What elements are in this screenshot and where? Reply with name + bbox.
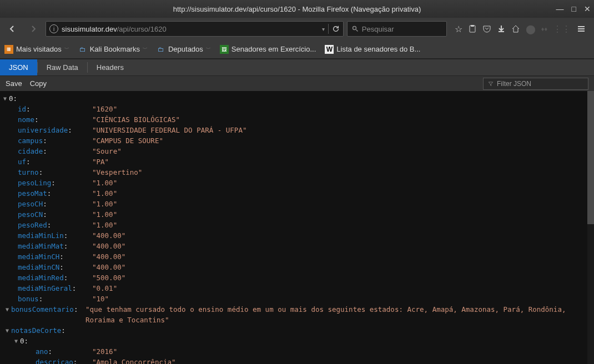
url-bar[interactable]: i sisusimulator.dev/api/curso/1620 ▾: [46, 21, 344, 37]
json-key: mediaMinCN: [18, 263, 59, 271]
dropdown-icon[interactable]: ▾: [322, 26, 325, 32]
bookmarks-toolbar: ▦ Mais visitados ﹀ 🗀 Kali Bookmarks ﹀ 🗀 …: [0, 40, 594, 59]
tree-row[interactable]: pesoCH:"1.00": [0, 199, 594, 209]
bookmark-star-icon[interactable]: ☆: [455, 24, 462, 34]
tree-row[interactable]: pesoCN:"1.00": [0, 209, 594, 220]
tree-row[interactable]: uf:"PA": [0, 156, 594, 167]
tab-headers[interactable]: Headers: [88, 59, 133, 75]
window-maximize-button[interactable]: □: [572, 4, 576, 13]
json-value: "0.01": [92, 283, 117, 294]
home-icon[interactable]: [511, 24, 520, 33]
tree-row[interactable]: cidade:"Soure": [0, 146, 594, 156]
tree-row[interactable]: universidade:"UNIVERSIDADE FEDERAL DO PA…: [0, 125, 594, 135]
tree-row[interactable]: nome:"CIÊNCIAS BIOLÓGICAS": [0, 114, 594, 125]
folder-icon: 🗀: [78, 45, 87, 54]
save-button[interactable]: Save: [6, 79, 22, 88]
addon3-icon[interactable]: ⋮⋮: [553, 24, 571, 34]
reload-icon[interactable]: [332, 25, 340, 33]
addon1-icon[interactable]: ⬤: [526, 24, 536, 34]
info-icon[interactable]: i: [49, 24, 58, 33]
window-titlebar: http://sisusimulator.dev/api/curso/1620 …: [0, 0, 594, 18]
json-value: "1.00": [92, 188, 117, 199]
json-key: mediaMinGeral: [18, 284, 72, 292]
bookmark-deputados[interactable]: 🗀 Deputados ﹀: [157, 45, 211, 54]
json-key: 0: [20, 336, 24, 346]
tree-row[interactable]: mediaMinMat:"400.00": [0, 241, 594, 251]
bookmark-senadores-exercicio[interactable]: 🖼 Senadores em Exercício...: [220, 45, 316, 54]
bookmark-most-visited[interactable]: ▦ Mais visitados ﹀: [4, 45, 69, 54]
tree-row[interactable]: ▼0:: [0, 93, 594, 104]
bookmark-lista-senadores[interactable]: W Lista de senadores do B...: [325, 45, 420, 54]
json-key: mediaMinRed: [18, 274, 64, 282]
chevron-down-icon: ﹀: [64, 46, 69, 53]
tree-row[interactable]: descricao:"Ampla Concorrência": [0, 357, 594, 364]
wikipedia-icon: W: [325, 45, 334, 54]
tree-row[interactable]: pesoLing:"1.00": [0, 178, 594, 188]
json-key: pesoLing: [18, 179, 51, 187]
window-minimize-button[interactable]: —: [556, 4, 564, 13]
addon2-icon[interactable]: ♦♦: [541, 26, 547, 32]
json-value: "1.00": [92, 199, 117, 209]
tree-row[interactable]: mediaMinCH:"400.00": [0, 251, 594, 262]
image-icon: 🖼: [220, 45, 229, 54]
json-key: pesoMat: [18, 189, 47, 198]
tree-row[interactable]: pesoRed:"1.00": [0, 220, 594, 230]
scrollbar[interactable]: [587, 91, 594, 364]
back-button[interactable]: [3, 21, 21, 37]
json-key: mediaMinCH: [18, 252, 59, 261]
json-value: "1.00": [92, 178, 117, 188]
json-key: cidade: [18, 147, 43, 155]
window-close-button[interactable]: ✕: [584, 4, 591, 13]
tab-raw-data[interactable]: Raw Data: [38, 59, 87, 75]
scrollbar-thumb[interactable]: [587, 91, 594, 224]
tree-row[interactable]: id:"1620": [0, 104, 594, 114]
copy-button[interactable]: Copy: [30, 79, 47, 88]
tree-row[interactable]: ▼0:: [0, 336, 594, 346]
tree-row[interactable]: bonus:"10": [0, 294, 594, 304]
tree-row[interactable]: turno:"Vespertino": [0, 167, 594, 178]
tree-row[interactable]: ▼bonusComentario:"que tenham cursado tod…: [0, 304, 594, 325]
json-key: descricao: [36, 358, 73, 364]
json-key: mediaMinLin: [18, 231, 64, 240]
json-key: id: [18, 105, 26, 113]
twisty-icon[interactable]: ▼: [2, 93, 8, 104]
json-viewer-toolbar: Save Copy Filter JSON: [0, 75, 594, 91]
json-value: "1.00": [92, 220, 117, 230]
json-value: "500.00": [92, 272, 125, 283]
json-key: pesoCH: [18, 200, 43, 208]
folder-icon: 🗀: [157, 45, 165, 54]
twisty-icon[interactable]: ▼: [4, 304, 10, 315]
tab-json[interactable]: JSON: [0, 59, 37, 75]
filter-placeholder: Filter JSON: [497, 80, 531, 88]
forward-button: [24, 21, 42, 37]
json-tree[interactable]: ▼0: id:"1620"nome:"CIÊNCIAS BIOLÓGICAS"u…: [0, 91, 594, 364]
tree-row[interactable]: mediaMinRed:"500.00": [0, 272, 594, 283]
tree-row[interactable]: mediaMinGeral:"0.01": [0, 283, 594, 294]
menu-icon[interactable]: [576, 24, 586, 34]
json-value: "PA": [92, 156, 109, 167]
bookmark-kali[interactable]: 🗀 Kali Bookmarks ﹀: [78, 45, 148, 54]
download-icon[interactable]: [497, 24, 506, 33]
pocket-icon[interactable]: [482, 24, 491, 33]
json-key: 0: [9, 93, 13, 104]
json-value: "10": [92, 294, 109, 304]
tree-row[interactable]: mediaMinCN:"400.00": [0, 262, 594, 272]
json-value: "UNIVERSIDADE FEDERAL DO PARÁ - UFPA": [92, 125, 246, 135]
filter-json-input[interactable]: Filter JSON: [483, 78, 588, 90]
tree-row[interactable]: pesoMat:"1.00": [0, 188, 594, 199]
search-placeholder: Pesquisar: [362, 25, 394, 33]
json-value: "Soure": [92, 146, 122, 156]
twisty-icon[interactable]: ▼: [4, 325, 10, 336]
bookmark-label: Deputados: [168, 45, 203, 53]
json-value: "CIÊNCIAS BIOLÓGICAS": [92, 114, 180, 125]
json-key: bonusComentario: [11, 305, 74, 314]
search-bar[interactable]: Pesquisar: [347, 21, 447, 37]
tree-row[interactable]: campus:"CAMPUS DE SOURE": [0, 135, 594, 146]
tree-row[interactable]: mediaMinLin:"400.00": [0, 230, 594, 241]
bookmark-label: Lista de senadores do B...: [336, 45, 420, 53]
clipboard-icon[interactable]: [468, 24, 477, 33]
twisty-icon[interactable]: ▼: [13, 336, 19, 346]
tree-row[interactable]: ▼notasDeCorte:: [0, 325, 594, 336]
json-value: "400.00": [92, 230, 125, 241]
tree-row[interactable]: ano:"2016": [0, 346, 594, 357]
